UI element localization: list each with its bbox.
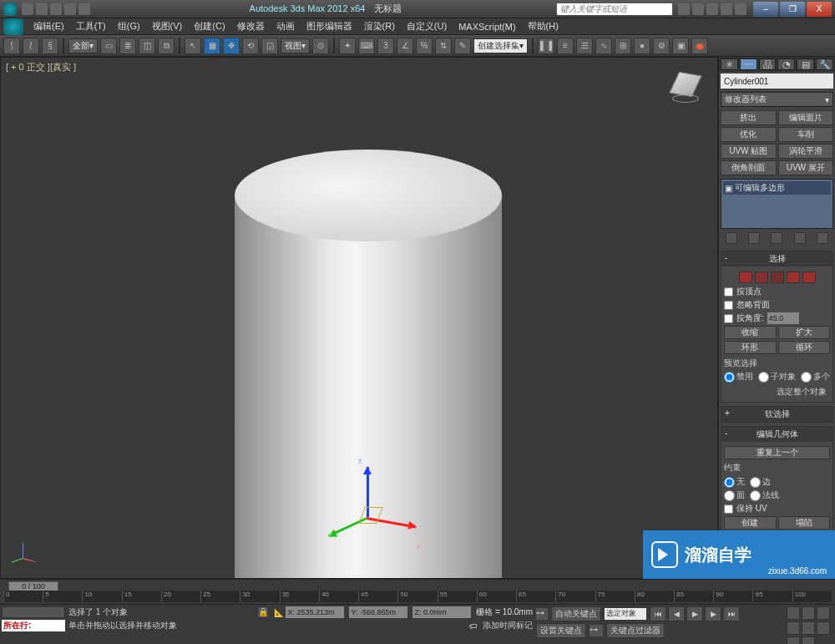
exchange-icon[interactable]: [706, 3, 718, 15]
auto-key-button[interactable]: 自动关键点: [551, 606, 601, 621]
pin-stack-icon[interactable]: [726, 232, 737, 244]
paint-select-icon[interactable]: ▦: [204, 38, 220, 54]
zoom-region-icon[interactable]: [802, 621, 815, 635]
maxview-icon[interactable]: [787, 636, 800, 644]
select-scale-icon[interactable]: ◲: [261, 38, 278, 54]
viewport[interactable]: [ + 0 正交 ][真实 ] z x y: [0, 57, 718, 579]
subobj-polygon-icon[interactable]: [787, 271, 800, 283]
tab-motion-icon[interactable]: ◔: [777, 58, 795, 70]
spinner-snap-icon[interactable]: ⇅: [435, 38, 452, 54]
add-time-tag[interactable]: 添加时间标记: [483, 620, 533, 631]
render-icon[interactable]: 🫖: [691, 38, 708, 54]
chk-preserve-uv[interactable]: [724, 505, 733, 514]
isolate-icon[interactable]: ⊶: [536, 608, 548, 620]
select-icon[interactable]: ▭: [100, 38, 117, 54]
menu-graph-editors[interactable]: 图形编辑器: [301, 18, 357, 34]
percent-snap-icon[interactable]: %: [416, 38, 433, 54]
align-icon[interactable]: ≡: [557, 38, 574, 54]
select-region-icon[interactable]: ◫: [139, 38, 155, 54]
subobj-vertex-icon[interactable]: [739, 271, 752, 283]
viewcube-cube-icon[interactable]: [669, 72, 702, 98]
chk-by-angle[interactable]: [724, 314, 733, 323]
menu-group[interactable]: 组(G): [113, 18, 145, 34]
configure-sets-icon[interactable]: [817, 232, 828, 244]
zoom-extents-icon[interactable]: [787, 621, 800, 635]
material-editor-icon[interactable]: ●: [634, 38, 650, 54]
rollout-edit-geom-header[interactable]: 编辑几何体: [721, 427, 832, 442]
rb-face[interactable]: [724, 490, 735, 501]
modifier-list-dropdown[interactable]: 修改器列表: [721, 92, 833, 107]
minview-icon[interactable]: [802, 636, 815, 644]
move-gizmo[interactable]: [326, 467, 427, 567]
fov-icon[interactable]: [817, 606, 830, 620]
mod-btn-edit-patch[interactable]: 编辑面片: [778, 110, 834, 125]
btn-repeat-last[interactable]: 重复上一个: [724, 446, 830, 459]
prev-frame-icon[interactable]: ◀: [668, 606, 685, 621]
bind-spacewarp-icon[interactable]: §: [42, 38, 58, 54]
subobj-edge-icon[interactable]: [755, 271, 768, 283]
rb-edge[interactable]: [750, 477, 761, 488]
rb-normal[interactable]: [750, 490, 761, 501]
tab-hierarchy-icon[interactable]: 品: [759, 58, 777, 70]
qat-save-icon[interactable]: [50, 3, 62, 15]
link-icon[interactable]: ⟆: [3, 38, 20, 54]
manipulate-icon[interactable]: ✦: [339, 38, 356, 54]
named-selection-dropdown[interactable]: 创建选择集 ▾: [473, 38, 528, 53]
minimize-button[interactable]: –: [753, 2, 778, 17]
mod-btn-optimize[interactable]: 优化: [721, 127, 777, 142]
mod-btn-bevel-profile[interactable]: 倒角剖面: [721, 160, 777, 175]
tab-create-icon[interactable]: ✳: [721, 58, 738, 70]
show-end-result-icon[interactable]: [748, 232, 760, 244]
viewcube[interactable]: [667, 68, 704, 104]
select-rotate-icon[interactable]: ⟲: [242, 38, 259, 54]
app-icon[interactable]: [3, 3, 17, 16]
layers-icon[interactable]: ☰: [576, 38, 593, 54]
menu-views[interactable]: 视图(V): [147, 18, 188, 34]
mirror-icon[interactable]: ▌▐: [538, 38, 554, 54]
goto-end-icon[interactable]: ⏭: [723, 606, 740, 621]
rb-multi[interactable]: [801, 372, 812, 383]
schematic-view-icon[interactable]: ⊞: [615, 38, 631, 54]
qat-new-icon[interactable]: [22, 3, 33, 15]
remove-modifier-icon[interactable]: [794, 232, 806, 244]
ref-coord-dropdown[interactable]: 视图 ▾: [281, 38, 310, 53]
coord-z[interactable]: Z: 0.0mm: [412, 606, 471, 618]
close-button[interactable]: X: [807, 2, 832, 17]
tab-modify-icon[interactable]: 〰: [740, 58, 757, 70]
maxscript-listener-input[interactable]: 所在行:: [2, 620, 65, 631]
key-big-icon[interactable]: ⊶: [590, 625, 603, 636]
menu-maxscript[interactable]: MAXScript(M): [453, 20, 520, 33]
qat-redo-icon[interactable]: [78, 3, 90, 15]
chk-ignore-backface[interactable]: [724, 301, 733, 310]
menu-help[interactable]: 帮助(H): [523, 18, 564, 34]
search-icon[interactable]: [678, 3, 690, 15]
coord-x[interactable]: X: 2535.213m: [286, 606, 344, 618]
select-move-icon[interactable]: ✥: [223, 38, 240, 54]
modifier-stack[interactable]: ▣ 可编辑多边形: [721, 179, 833, 229]
orbit-icon[interactable]: [817, 621, 830, 635]
mod-btn-turbosmooth[interactable]: 涡轮平滑: [778, 144, 834, 159]
curve-editor-icon[interactable]: ∿: [595, 38, 612, 54]
rb-disable[interactable]: [724, 372, 735, 383]
menu-edit[interactable]: 编辑(E): [28, 18, 69, 34]
angle-spinner[interactable]: 45.0: [767, 312, 799, 324]
key-target-dropdown[interactable]: 选定对象: [605, 608, 646, 620]
stack-item-editable-poly[interactable]: ▣ 可编辑多边形: [723, 181, 831, 195]
subobj-element-icon[interactable]: [802, 271, 816, 283]
btn-loop[interactable]: 循环: [778, 341, 831, 354]
mod-btn-extrude[interactable]: 挤出: [721, 110, 777, 125]
window-crossing-icon[interactable]: ⧉: [158, 38, 175, 54]
viewport-label[interactable]: [ + 0 正交 ][真实 ]: [6, 61, 76, 74]
menu-tools[interactable]: 工具(T): [71, 18, 111, 34]
menu-customize[interactable]: 自定义(U): [402, 18, 452, 34]
mod-btn-lathe[interactable]: 车削: [778, 127, 834, 142]
btn-create-geom[interactable]: 创建: [724, 516, 777, 530]
make-unique-icon[interactable]: [771, 232, 782, 244]
mod-btn-uvw-map[interactable]: UVW 贴图: [721, 144, 777, 159]
menu-animation[interactable]: 动画: [271, 18, 300, 34]
tab-display-icon[interactable]: ▤: [797, 58, 814, 70]
keyboard-shortcut-icon[interactable]: ⌨: [358, 38, 375, 54]
help-icon[interactable]: [735, 3, 746, 15]
btn-collapse[interactable]: 塌陷: [778, 516, 831, 530]
angle-snap-icon[interactable]: ∠: [397, 38, 413, 54]
